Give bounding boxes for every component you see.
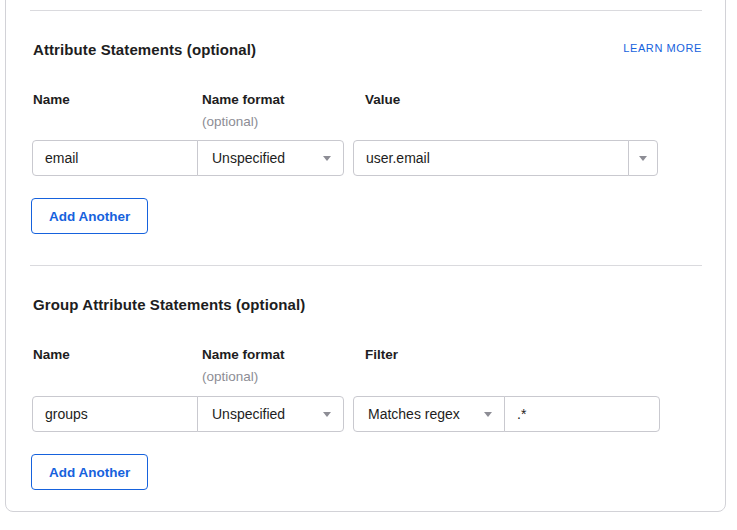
- column-header-name-format: Name format: [202, 92, 285, 107]
- group-filter-type-value: Matches regex: [368, 406, 460, 422]
- attribute-name-format-select[interactable]: Unspecified: [197, 140, 344, 176]
- group-attribute-name-format-value: Unspecified: [212, 406, 285, 422]
- column-header-name-format: Name format: [202, 347, 285, 362]
- attribute-statements-title: Attribute Statements (optional): [33, 41, 256, 58]
- group-filter-value-input[interactable]: [504, 396, 660, 432]
- name-format-optional-note: (optional): [202, 114, 258, 129]
- attribute-value-input[interactable]: [353, 140, 629, 176]
- learn-more-link[interactable]: LEARN MORE: [623, 42, 702, 54]
- section-divider: [30, 10, 702, 11]
- group-filter-type-select[interactable]: Matches regex: [353, 396, 505, 432]
- name-format-optional-note: (optional): [202, 369, 258, 384]
- settings-card: [5, 0, 726, 512]
- attribute-name-format-value: Unspecified: [212, 150, 285, 166]
- column-header-name: Name: [33, 92, 70, 107]
- attribute-value-dropdown-button[interactable]: [628, 140, 658, 176]
- group-attribute-name-format-select[interactable]: Unspecified: [197, 396, 344, 432]
- dropdown-arrow-icon: [323, 412, 331, 417]
- add-another-group-attribute-button[interactable]: Add Another: [31, 454, 148, 490]
- group-attribute-statements-title: Group Attribute Statements (optional): [33, 296, 305, 313]
- group-attribute-name-input[interactable]: [32, 396, 198, 432]
- dropdown-arrow-icon: [323, 156, 331, 161]
- section-divider: [30, 265, 702, 266]
- dropdown-arrow-icon: [484, 412, 492, 417]
- saml-settings-page: Attribute Statements (optional) LEARN MO…: [0, 0, 737, 530]
- dropdown-arrow-icon: [639, 156, 647, 161]
- column-header-name: Name: [33, 347, 70, 362]
- column-header-filter: Filter: [365, 347, 398, 362]
- column-header-value: Value: [365, 92, 400, 107]
- attribute-name-input[interactable]: [32, 140, 198, 176]
- add-another-attribute-button[interactable]: Add Another: [31, 198, 148, 234]
